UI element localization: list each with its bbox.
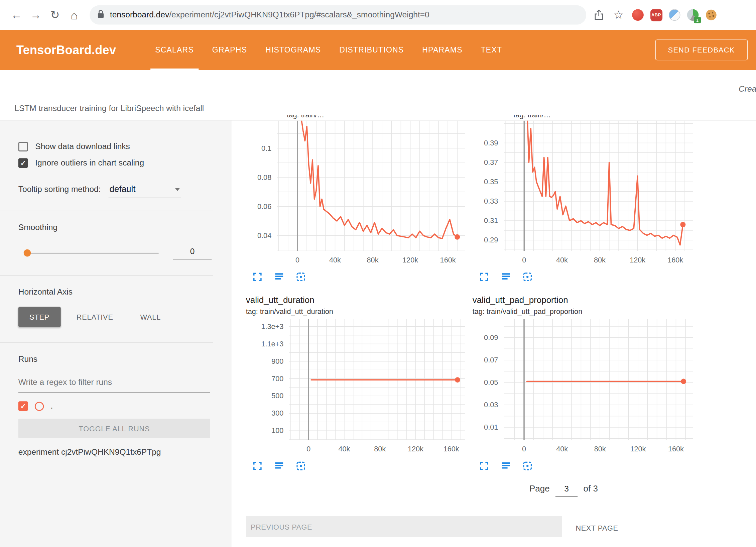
svg-text:900: 900 bbox=[271, 357, 283, 365]
chart-header: valid_utt_duration tag: train/valid_utt_… bbox=[246, 295, 465, 319]
lock-icon[interactable] bbox=[97, 10, 104, 20]
line-chart[interactable]: 0.010.030.050.070.09040k80k120k160k bbox=[458, 319, 693, 455]
svg-text:160k: 160k bbox=[444, 445, 459, 453]
horizontal-axis-options: STEP RELATIVE WALL bbox=[18, 307, 212, 327]
svg-text:300: 300 bbox=[271, 409, 283, 417]
adblock-extension-icon[interactable] bbox=[632, 9, 644, 21]
abp-extension-icon[interactable]: ABP bbox=[650, 9, 663, 21]
svg-text:1.1e+3: 1.1e+3 bbox=[261, 340, 283, 348]
expand-chart-icon[interactable] bbox=[478, 271, 490, 283]
tab-scalars[interactable]: SCALARS bbox=[146, 30, 203, 70]
main-nav: SCALARS GRAPHS HISTOGRAMS DISTRIBUTIONS … bbox=[146, 30, 511, 70]
charts-main: tag: train/… 0.040.060.080.1040k80k120k1… bbox=[231, 121, 756, 547]
tooltip-sorting-row: Tooltip sorting method: default bbox=[18, 184, 212, 198]
tooltip-sorting-select[interactable]: default bbox=[109, 184, 181, 198]
line-chart[interactable]: 1003005007009001.1e+31.3e+3040k80k120k16… bbox=[231, 319, 465, 455]
svg-text:160k: 160k bbox=[667, 256, 683, 264]
next-page-button[interactable]: NEXT PAGE bbox=[572, 520, 622, 536]
chart-card-top-left: tag: train/… 0.040.060.080.1040k80k120k1… bbox=[231, 115, 465, 283]
run-row[interactable]: . bbox=[18, 401, 212, 411]
tab-distributions[interactable]: DISTRIBUTIONS bbox=[330, 30, 413, 70]
subheader: Crea LSTM transducer training for LibriS… bbox=[0, 70, 756, 120]
forward-button[interactable]: → bbox=[26, 5, 45, 25]
expand-chart-icon[interactable] bbox=[252, 271, 263, 283]
ignore-outliers-label: Ignore outliers in chart scaling bbox=[35, 158, 144, 168]
share-icon[interactable] bbox=[590, 5, 608, 25]
svg-text:0.07: 0.07 bbox=[484, 356, 498, 364]
back-button[interactable]: ← bbox=[7, 5, 26, 25]
tab-graphs[interactable]: GRAPHS bbox=[203, 30, 256, 70]
ignore-outliers-row[interactable]: Ignore outliers in chart scaling bbox=[18, 158, 212, 168]
fit-domain-icon[interactable] bbox=[522, 460, 533, 472]
chart-card-valid-utt-pad-proportion: valid_utt_pad_proportion tag: train/vali… bbox=[458, 295, 693, 472]
tab-hparams[interactable]: HPARAMS bbox=[413, 30, 472, 70]
smoothing-label: Smoothing bbox=[18, 223, 212, 232]
bookmark-star-icon[interactable]: ☆ bbox=[610, 8, 627, 22]
url-text[interactable]: tensorboard.dev/experiment/cj2vtPiwQHKN9… bbox=[110, 10, 429, 20]
runs-list-icon[interactable] bbox=[500, 460, 512, 472]
reload-button[interactable]: ↻ bbox=[45, 5, 65, 25]
fit-domain-icon[interactable] bbox=[295, 271, 307, 283]
line-chart[interactable]: 0.290.310.330.350.370.39040k80k120k160k bbox=[458, 121, 693, 266]
fit-domain-icon[interactable] bbox=[295, 460, 307, 472]
half-circle-extension-icon[interactable] bbox=[668, 9, 681, 21]
svg-text:1.3e+3: 1.3e+3 bbox=[261, 322, 283, 331]
svg-text:0: 0 bbox=[522, 445, 526, 453]
toggle-all-runs-button[interactable]: TOGGLE ALL RUNS bbox=[18, 419, 210, 438]
runs-list-icon[interactable] bbox=[500, 271, 512, 283]
svg-text:0.03: 0.03 bbox=[484, 401, 498, 409]
show-download-links-row[interactable]: Show data download links bbox=[18, 142, 212, 151]
brand-logo[interactable]: TensorBoard.dev bbox=[16, 43, 116, 57]
smoothing-slider-thumb[interactable] bbox=[24, 249, 31, 257]
cookie-extension-icon[interactable] bbox=[705, 9, 718, 21]
run-name: . bbox=[50, 401, 53, 411]
axis-relative-button[interactable]: RELATIVE bbox=[66, 307, 124, 327]
runs-list-icon[interactable] bbox=[273, 271, 285, 283]
extension-notification-badge: 1 bbox=[694, 17, 701, 23]
tab-histograms[interactable]: HISTOGRAMS bbox=[256, 30, 330, 70]
chart-toolbar bbox=[478, 460, 693, 472]
ignore-outliers-checkbox[interactable] bbox=[18, 158, 28, 168]
show-download-links-label: Show data download links bbox=[35, 142, 130, 151]
runs-list-icon[interactable] bbox=[273, 460, 285, 472]
svg-text:0.09: 0.09 bbox=[484, 333, 498, 342]
fit-domain-icon[interactable] bbox=[522, 271, 533, 283]
smoothing-value-input[interactable] bbox=[173, 246, 212, 260]
runs-filter-input[interactable] bbox=[18, 375, 210, 393]
smoothing-slider[interactable] bbox=[25, 252, 159, 253]
send-feedback-button[interactable]: SEND FEEDBACK bbox=[655, 39, 748, 60]
chart-header: valid_utt_pad_proportion tag: train/vali… bbox=[473, 295, 693, 319]
chart-toolbar bbox=[478, 271, 693, 283]
home-button[interactable]: ⌂ bbox=[65, 5, 84, 25]
address-bar[interactable]: tensorboard.dev/experiment/cj2vtPiwQHKN9… bbox=[90, 5, 586, 25]
show-download-links-checkbox[interactable] bbox=[18, 142, 28, 151]
expand-chart-icon[interactable] bbox=[252, 460, 263, 472]
settings-sidebar: Show data download links Ignore outliers… bbox=[0, 121, 231, 547]
tooltip-sorting-value: default bbox=[110, 184, 136, 194]
svg-text:0.29: 0.29 bbox=[484, 236, 498, 244]
svg-text:0.1: 0.1 bbox=[261, 144, 271, 152]
smoothing-slider-row bbox=[18, 246, 212, 260]
tab-text[interactable]: TEXT bbox=[472, 30, 511, 70]
expand-chart-icon[interactable] bbox=[478, 460, 490, 472]
chart-card-valid-utt-duration: valid_utt_duration tag: train/valid_utt_… bbox=[231, 295, 465, 472]
svg-text:0.35: 0.35 bbox=[484, 178, 498, 186]
svg-text:160k: 160k bbox=[440, 256, 456, 264]
previous-page-button[interactable]: PREVIOUS PAGE bbox=[246, 516, 562, 537]
experiment-id-label: experiment cj2vtPiwQHKN9Q1tx6PTpg bbox=[18, 448, 212, 457]
svg-text:80k: 80k bbox=[594, 445, 606, 453]
chart-tag: tag: train/valid_utt_duration bbox=[246, 307, 465, 316]
pie-extension-icon[interactable]: 1 bbox=[686, 9, 699, 21]
svg-text:40k: 40k bbox=[339, 445, 350, 453]
axis-step-button[interactable]: STEP bbox=[18, 307, 60, 327]
browser-toolbar: ← → ↻ ⌂ tensorboard.dev/experiment/cj2vt… bbox=[0, 0, 756, 30]
line-chart[interactable]: 0.040.060.080.1040k80k120k160k bbox=[231, 121, 465, 266]
divider bbox=[0, 276, 213, 276]
svg-text:0: 0 bbox=[522, 256, 526, 264]
page-of-label: of 3 bbox=[584, 484, 598, 494]
svg-text:0.39: 0.39 bbox=[484, 139, 498, 147]
page-number-input[interactable] bbox=[555, 483, 578, 497]
run-color-swatch[interactable] bbox=[35, 402, 44, 411]
run-checkbox[interactable] bbox=[18, 401, 28, 411]
axis-wall-button[interactable]: WALL bbox=[129, 307, 172, 327]
